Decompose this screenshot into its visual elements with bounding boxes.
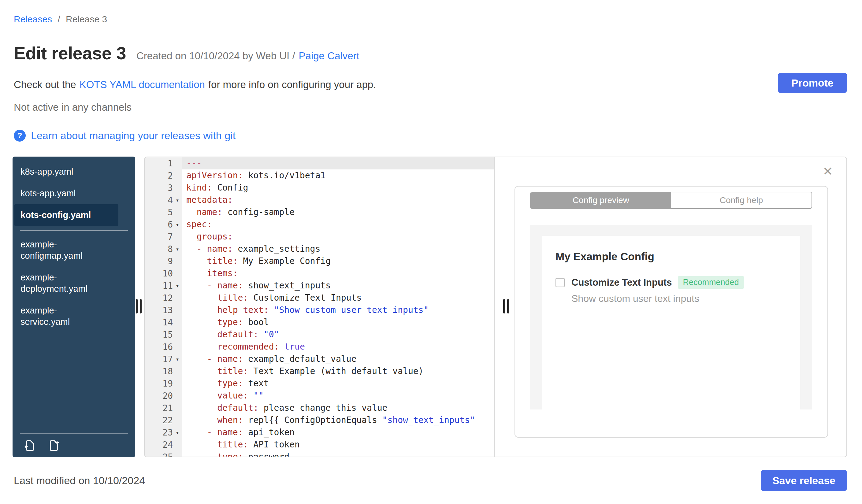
- file-item-example-deployment-yaml[interactable]: example-deployment.yaml: [13, 267, 103, 300]
- title-row: Edit release 3 Created on 10/10/2024 by …: [14, 43, 360, 63]
- code-line-5[interactable]: name: config-sample: [182, 206, 494, 218]
- fold-arrow-icon[interactable]: ▾: [173, 279, 182, 292]
- code-line-12[interactable]: title: Customize Text Inputs: [182, 292, 494, 304]
- fold-arrow-icon[interactable]: ▾: [173, 243, 182, 255]
- code-line-11[interactable]: - name: show_text_inputs: [182, 279, 494, 292]
- breadcrumb-releases-link[interactable]: Releases: [14, 14, 52, 24]
- file-add-icon[interactable]: [48, 439, 60, 452]
- created-info: Created on 10/10/2024 by Web UI / Paige …: [136, 50, 360, 62]
- code-line-25[interactable]: type: password: [182, 451, 494, 456]
- gutter-line: 5: [145, 206, 182, 218]
- code-line-23[interactable]: - name: api_token: [182, 426, 494, 439]
- file-list-divider: [20, 230, 128, 230]
- sidebar-resize-handle[interactable]: [136, 299, 142, 314]
- code-line-16[interactable]: recommended: true: [182, 341, 494, 353]
- code-line-4[interactable]: metadata:: [182, 194, 494, 206]
- fold-arrow-icon[interactable]: ▾: [173, 426, 182, 439]
- code-line-7[interactable]: groups:: [182, 230, 494, 243]
- code-line-1[interactable]: ---: [182, 157, 494, 170]
- code-line-18[interactable]: title: Text Example (with default value): [182, 365, 494, 377]
- author-link[interactable]: Paige Calvert: [299, 50, 360, 62]
- gutter-line: 25: [145, 451, 182, 457]
- code-line-8[interactable]: - name: example_settings: [182, 243, 494, 255]
- gutter-line: 11▾: [145, 279, 182, 292]
- gutter-line: 23▾: [145, 426, 182, 439]
- save-release-button[interactable]: Save release: [761, 470, 847, 491]
- preview-resize-handle[interactable]: [503, 299, 509, 314]
- gutter-line: 7: [145, 230, 182, 243]
- fold-arrow-icon[interactable]: ▾: [173, 353, 182, 365]
- tab-config-help[interactable]: Config help: [671, 193, 811, 208]
- file-import-icon[interactable]: [24, 439, 36, 452]
- file-item-kots-config-yaml[interactable]: kots-config.yaml: [14, 204, 118, 226]
- question-icon: ?: [14, 130, 26, 142]
- gutter-line: 22: [145, 414, 182, 426]
- fold-arrow-icon[interactable]: ▾: [173, 218, 182, 230]
- doc-prefix-text: Check out the: [14, 79, 76, 91]
- editor-container: 1234▾56▾78▾91011▾121314151617▾1819202122…: [144, 157, 847, 457]
- code-line-22[interactable]: when: repl{{ ConfigOptionEquals "show_te…: [182, 414, 494, 426]
- gutter: 1234▾56▾78▾91011▾121314151617▾1819202122…: [145, 157, 182, 456]
- preview-pane: ✕ Config preview Config help My Example …: [494, 157, 846, 456]
- config-item-row: Customize Text Inputs Recommended: [556, 276, 787, 289]
- channel-status: Not active in any channels: [14, 102, 132, 113]
- breadcrumb-current: Release 3: [66, 14, 107, 24]
- gutter-line: 18: [145, 365, 182, 377]
- sidebar-footer: [20, 433, 128, 457]
- close-icon[interactable]: ✕: [823, 165, 833, 177]
- file-item-example-service-yaml[interactable]: example-service.yaml: [13, 300, 103, 333]
- code-line-21[interactable]: default: please change this value: [182, 402, 494, 414]
- promote-button[interactable]: Promote: [778, 73, 847, 93]
- gutter-line: 14: [145, 316, 182, 329]
- gutter-line: 4▾: [145, 194, 182, 206]
- file-group-bottom: example-configmap.yamlexample-deployment…: [13, 234, 135, 333]
- gutter-line: 9: [145, 255, 182, 267]
- code-line-2[interactable]: apiVersion: kots.io/v1beta1: [182, 170, 494, 182]
- code-lines[interactable]: ---apiVersion: kots.io/v1beta1kind: Conf…: [182, 157, 494, 456]
- code-line-10[interactable]: items:: [182, 267, 494, 279]
- file-group-top: k8s-app.yamlkots-app.yamlkots-config.yam…: [13, 161, 135, 226]
- code-line-14[interactable]: type: bool: [182, 316, 494, 329]
- gutter-line: 1: [145, 157, 182, 170]
- file-item-example-configmap-yaml[interactable]: example-configmap.yaml: [13, 234, 103, 267]
- gutter-line: 16: [145, 341, 182, 353]
- customize-text-inputs-checkbox[interactable]: [556, 278, 565, 287]
- tab-config-preview[interactable]: Config preview: [531, 193, 671, 208]
- page-title: Edit release 3: [14, 43, 126, 63]
- code-line-19[interactable]: type: text: [182, 377, 494, 389]
- gutter-line: 8▾: [145, 243, 182, 255]
- config-item-help-text: Show custom user text inputs: [571, 293, 787, 304]
- file-item-kots-app-yaml[interactable]: kots-app.yaml: [13, 183, 117, 204]
- gutter-line: 24: [145, 439, 182, 451]
- preview-card: Config preview Config help My Example Co…: [514, 186, 828, 438]
- code-line-13[interactable]: help_text: "Show custom user text inputs…: [182, 304, 494, 316]
- kots-yaml-doc-link[interactable]: KOTS YAML documentation: [80, 79, 205, 91]
- gutter-line: 6▾: [145, 218, 182, 230]
- breadcrumb-separator: /: [57, 14, 60, 24]
- last-modified-text: Last modified on 10/10/2024: [14, 475, 145, 487]
- gutter-line: 19: [145, 377, 182, 389]
- gutter-line: 20: [145, 389, 182, 402]
- git-help-row: ? Learn about managing your releases wit…: [14, 130, 236, 142]
- git-help-link[interactable]: Learn about managing your releases with …: [31, 130, 236, 142]
- gutter-line: 10: [145, 267, 182, 279]
- gutter-line: 13: [145, 304, 182, 316]
- code-line-17[interactable]: - name: example_default_value: [182, 353, 494, 365]
- gutter-line: 12: [145, 292, 182, 304]
- gutter-line: 2: [145, 170, 182, 182]
- gutter-line: 3: [145, 182, 182, 194]
- code-line-6[interactable]: spec:: [182, 218, 494, 230]
- file-item-k8s-app-yaml[interactable]: k8s-app.yaml: [13, 161, 117, 183]
- code-line-3[interactable]: kind: Config: [182, 182, 494, 194]
- code-line-9[interactable]: title: My Example Config: [182, 255, 494, 267]
- fold-arrow-icon[interactable]: ▾: [173, 194, 182, 206]
- code-line-15[interactable]: default: "0": [182, 329, 494, 341]
- preview-tabs: Config preview Config help: [530, 192, 812, 209]
- gutter-line: 17▾: [145, 353, 182, 365]
- code-line-20[interactable]: value: "": [182, 389, 494, 402]
- file-sidebar: k8s-app.yamlkots-app.yamlkots-config.yam…: [13, 157, 135, 457]
- code-line-24[interactable]: title: API token: [182, 439, 494, 451]
- config-group-title: My Example Config: [556, 251, 787, 263]
- config-preview-area: My Example Config Customize Text Inputs …: [530, 225, 812, 410]
- doc-info-line: Check out the KOTS YAML documentation fo…: [14, 79, 376, 91]
